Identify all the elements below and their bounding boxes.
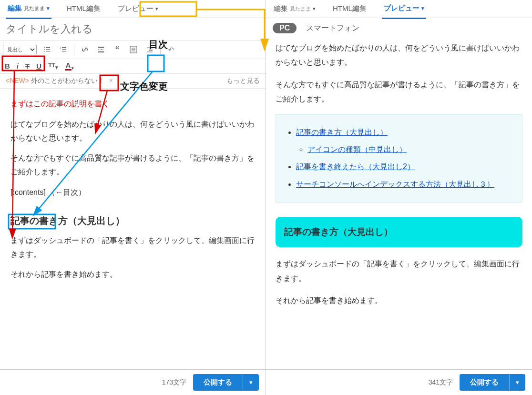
divider	[74, 45, 74, 54]
unordered-list-icon[interactable]	[41, 44, 53, 55]
text-color-button[interactable]: A▾	[65, 61, 74, 71]
tab-edit-label: 編集	[274, 4, 288, 13]
italic-button[interactable]: i	[17, 62, 19, 70]
preview-paragraph: そんな方でもすぐに高品質な記事が書けるように、「記事の書き方」をご紹介します。	[276, 78, 522, 107]
news-banner[interactable]: <NEW> 外のことがわからない！ ×	[6, 77, 113, 85]
heading-select[interactable]: 見出し	[3, 45, 37, 54]
toc-link[interactable]: サーチコンソールへインデックスする方法（大見出し３）	[296, 180, 494, 188]
editor-line: まずはこの記事の説明を書く	[10, 97, 255, 111]
annotation-label: 文字色変更	[120, 80, 168, 93]
tab-html[interactable]: HTML編集	[65, 2, 102, 18]
editor-line: [:contents] （←目次）	[10, 186, 255, 200]
preview-paragraph: まずはダッシュボードの「記事を書く」をクリックして、編集画面に行きます。	[276, 257, 522, 286]
toc-link[interactable]: 記事の書き方（大見出し）	[296, 128, 388, 136]
news-more-link[interactable]: もっと見る	[226, 77, 260, 85]
tab-preview-label: プレビュー	[384, 4, 419, 13]
close-icon[interactable]: ×	[109, 77, 113, 84]
editor-line: まずはダッシュボードの「記事を書く」をクリックして、編集画面に行きます。	[10, 234, 255, 262]
publish-button[interactable]: 公開する	[193, 374, 243, 391]
news-tag: <NEW>	[6, 77, 29, 84]
contents-icon[interactable]	[128, 44, 139, 55]
char-count: 341文字	[429, 378, 453, 387]
subtab-pc[interactable]: PC	[273, 23, 297, 33]
tab-edit[interactable]: 編集 見たまま ▾	[272, 2, 317, 18]
tab-edit-sublabel: 見たまま	[24, 5, 45, 12]
strike-button[interactable]: T	[25, 62, 30, 70]
tab-edit-sublabel: 見たまま	[290, 5, 311, 12]
toc-link[interactable]: 記事を書き終えたら（大見出し2）	[296, 162, 415, 171]
publish-dropdown[interactable]: ▾	[243, 374, 259, 391]
preview-paragraph: はてなブログを始めたばかりの人は、何をどういう風に書けばいいかわからないと思いま…	[276, 41, 522, 70]
editor-line: それから記事を書き始めます。	[10, 268, 255, 282]
toc-shortcode: [:contents]	[10, 188, 46, 196]
title-input[interactable]	[6, 23, 165, 35]
subtab-smartphone[interactable]: スマートフォン	[306, 23, 359, 33]
toc-note: （←目次）	[48, 188, 86, 196]
tab-html[interactable]: HTML編集	[331, 2, 368, 18]
editor-line: そんな方でもすぐに高品質な記事が書けるように、「記事の書き方」をご紹介します。	[10, 152, 255, 179]
quote-icon[interactable]: “	[112, 44, 123, 55]
chevron-down-icon: ▾	[47, 5, 50, 11]
preview-paragraph: それから記事を書き始めます。	[276, 294, 522, 308]
preview-body: はてなブログを始めたばかりの人は、何をどういう風に書けばいいかわからないと思いま…	[266, 37, 532, 369]
news-text: 外のことがわからない！	[31, 77, 104, 84]
preview-heading: 記事の書き方（大見出し）	[276, 217, 522, 247]
read-more-icon[interactable]	[95, 44, 107, 55]
underline-button[interactable]: U	[36, 62, 41, 70]
editor-line: はてなブログを始めたばかりの人は、何をどういう風に書けばいいかわからないと思いま…	[10, 118, 255, 145]
publish-button[interactable]: 公開する	[460, 374, 509, 391]
tab-preview[interactable]: プレビュー ▾	[116, 2, 160, 18]
link-icon[interactable]	[79, 44, 91, 55]
tab-preview-label: プレビュー	[118, 4, 153, 13]
ordered-list-icon[interactable]: 1	[58, 44, 69, 55]
tab-edit[interactable]: 編集 見たまま ▾	[6, 2, 51, 19]
tab-preview[interactable]: プレビュー ▾	[382, 2, 426, 19]
editor-heading: 記事の書き方（大見出し）	[10, 212, 255, 229]
chevron-down-icon: ▾	[421, 5, 424, 11]
toc-link[interactable]: アイコンの種類（中見出し）	[307, 145, 407, 153]
tab-edit-label: 編集	[8, 4, 22, 13]
bold-button[interactable]: B	[5, 62, 10, 70]
publish-dropdown[interactable]: ▾	[509, 374, 525, 391]
annotation-label: 目次	[149, 38, 168, 51]
char-count: 173文字	[162, 378, 186, 387]
fontsize-button[interactable]: TT▾	[48, 61, 58, 71]
chevron-down-icon: ▾	[313, 6, 316, 12]
toc-box: 記事の書き方（大見出し） アイコンの種類（中見出し） 記事を書き終えたら（大見出…	[276, 114, 522, 203]
editor-body[interactable]: まずはこの記事の説明を書く はてなブログを始めたばかりの人は、何をどういう風に書…	[0, 89, 266, 297]
chevron-down-icon: ▾	[155, 6, 158, 12]
svg-text:1: 1	[60, 46, 61, 49]
